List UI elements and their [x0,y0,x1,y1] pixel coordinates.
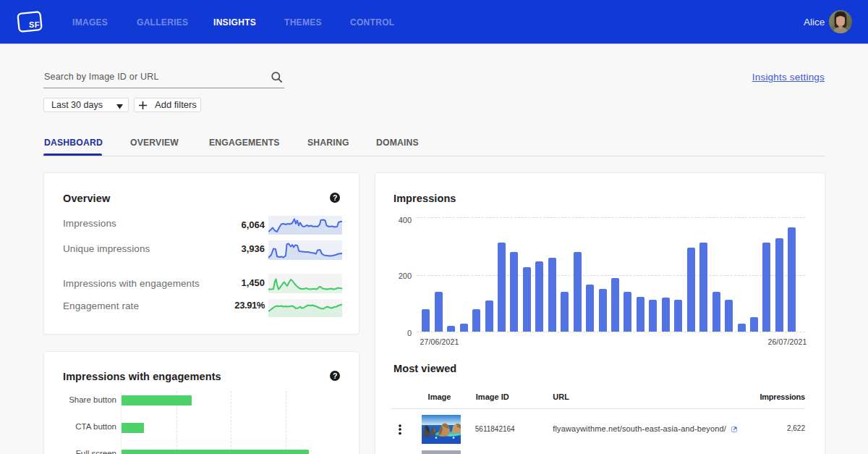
svg-text:SF: SF [29,20,40,29]
